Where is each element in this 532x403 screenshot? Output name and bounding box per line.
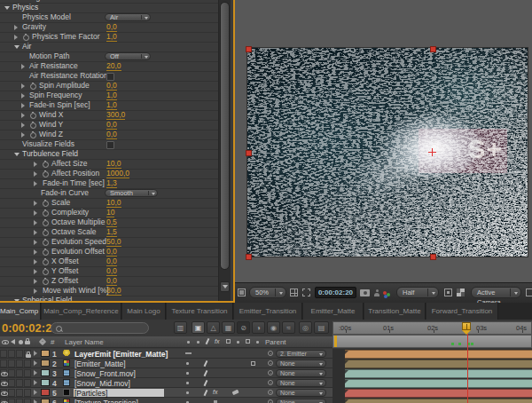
lock-toggle[interactable] <box>24 379 31 387</box>
parent-dropdown[interactable]: None <box>276 369 326 377</box>
collapse-arrow-icon[interactable] <box>4 6 10 10</box>
draft-3d-button[interactable]: △ <box>207 321 220 334</box>
stopwatch-icon[interactable] <box>30 122 36 129</box>
search-box[interactable] <box>51 322 149 334</box>
quality-switch-icon[interactable] <box>204 360 207 367</box>
layer-row-1[interactable]: 1 LayerEmit [Emitter_Matte] 2. Emitter_ <box>0 349 532 359</box>
stopwatch-icon[interactable] <box>43 171 49 178</box>
collapse-arrow-icon[interactable] <box>14 45 20 49</box>
solo-toggle[interactable] <box>16 379 23 387</box>
property-value[interactable]: 300,0 <box>106 111 125 120</box>
expand-arrow-icon[interactable] <box>14 25 18 30</box>
stopwatch-icon[interactable] <box>43 230 49 236</box>
effects-active-icon[interactable]: fx <box>213 389 217 396</box>
motion-blur-button[interactable]: ◑ <box>252 321 265 334</box>
stopwatch-icon[interactable] <box>43 162 49 168</box>
expand-arrow-icon[interactable] <box>21 103 25 108</box>
label-color-swatch[interactable] <box>41 350 50 357</box>
property-value[interactable]: 0,0 <box>106 277 117 286</box>
work-area-bar[interactable] <box>332 335 532 348</box>
expand-arrow-icon[interactable] <box>21 83 25 89</box>
fade-in-curve-dropdown[interactable]: Smooth <box>105 189 158 197</box>
parent-pick-whip-icon[interactable] <box>268 351 273 356</box>
auto-keyframe-button[interactable]: ≈ <box>282 321 295 334</box>
quality-switch[interactable] <box>186 382 189 384</box>
lock-toggle[interactable] <box>24 350 31 358</box>
property-value[interactable]: 1,0 <box>106 91 117 100</box>
video-toggle[interactable] <box>0 389 7 397</box>
audio-toggle[interactable] <box>8 369 15 377</box>
expand-arrow-icon[interactable] <box>34 288 37 294</box>
view-layout-icon[interactable] <box>526 288 532 296</box>
expand-arrow-icon[interactable] <box>34 279 37 284</box>
expand-arrow-icon[interactable] <box>14 35 18 40</box>
expand-arrow-icon[interactable] <box>34 201 37 206</box>
checkbox[interactable] <box>106 141 114 149</box>
property-value[interactable]: 0,0 <box>106 257 117 266</box>
audio-toggle[interactable] <box>8 360 15 367</box>
keyframe-marker[interactable] <box>458 343 461 345</box>
stopwatch-icon[interactable] <box>43 279 49 285</box>
search-input[interactable] <box>64 324 147 334</box>
scrollbar[interactable] <box>218 0 231 301</box>
quality-switch[interactable] <box>186 372 189 375</box>
property-value[interactable]: 10 <box>106 209 114 217</box>
expand-arrow-icon[interactable] <box>34 249 37 255</box>
property-value[interactable]: 0,0 <box>106 23 117 32</box>
layer-name[interactable]: LayerEmit [Emitter_Matte] <box>74 350 168 359</box>
layer-handle-left-center[interactable] <box>246 150 252 156</box>
label-color-swatch[interactable] <box>41 379 50 386</box>
frame-blend-switch-icon[interactable] <box>226 339 231 344</box>
parent-dropdown[interactable]: None <box>276 379 326 387</box>
keyframe-marker[interactable] <box>471 343 473 345</box>
frame-blending-button[interactable]: ⊘ <box>237 321 250 334</box>
parent-pick-whip-icon[interactable] <box>268 370 273 375</box>
layer-row-6[interactable]: 6 [Texture Transition] None <box>0 398 532 403</box>
tab-emitter-matte[interactable]: Emitter_Matte <box>303 303 364 320</box>
layer-handle-bottom-center[interactable] <box>430 254 436 260</box>
quality-switch-icon[interactable] <box>204 380 207 386</box>
video-toggle[interactable] <box>0 399 7 403</box>
label-color-swatch[interactable] <box>41 389 50 396</box>
brainstorm-button[interactable]: ◉ <box>267 321 280 334</box>
video-toggle[interactable] <box>0 350 7 358</box>
tab-transition-matte[interactable]: Transition_Matte <box>364 303 426 320</box>
layer-bar[interactable] <box>345 350 532 359</box>
layer-row-3[interactable]: 3 [Snow_Front.mov] None <box>0 368 532 378</box>
video-toggle[interactable] <box>0 379 7 387</box>
magnification-dropdown[interactable]: 50% <box>249 287 286 298</box>
expand-arrow-icon[interactable] <box>21 122 25 128</box>
effects-switch-icon[interactable]: fx <box>215 338 219 345</box>
layer-row-2[interactable]: 2 [Emitter_Matte] None <box>0 359 532 368</box>
layer-name[interactable]: [Emitter_Matte] <box>74 360 126 368</box>
property-value[interactable]: 1000,0 <box>106 170 129 178</box>
expand-arrow-icon[interactable] <box>21 113 25 118</box>
quality-sampling-icon[interactable] <box>206 338 209 344</box>
layer-bar[interactable] <box>345 369 532 378</box>
expand-arrow-icon[interactable] <box>34 380 37 385</box>
audio-toggle[interactable] <box>8 350 15 358</box>
resolution-dropdown[interactable]: Half <box>396 287 439 298</box>
paint-switch-icon[interactable] <box>232 390 239 395</box>
stopwatch-icon[interactable] <box>30 132 36 138</box>
expand-arrow-icon[interactable] <box>34 351 37 356</box>
stopwatch-icon[interactable] <box>43 220 49 226</box>
label-column-icon[interactable] <box>39 338 46 345</box>
3d-view-dropdown[interactable]: Active Camera <box>471 287 521 298</box>
quality-switch[interactable] <box>186 362 189 365</box>
keyframe-marker[interactable] <box>451 343 454 345</box>
stopwatch-icon[interactable] <box>23 35 29 41</box>
layer-row-4[interactable]: 4 [Snow_Mid.mov] None <box>0 378 532 388</box>
property-value[interactable]: 0,0 <box>106 267 117 276</box>
layer-bar[interactable] <box>345 389 532 398</box>
property-value[interactable]: 1,0 <box>106 33 117 42</box>
parent-dropdown[interactable]: None <box>276 360 326 367</box>
composition-mini-flowchart-button[interactable]: ▥ <box>174 321 187 334</box>
tab-main-comp[interactable]: Main_Comp× <box>0 303 41 320</box>
expand-arrow-icon[interactable] <box>34 370 37 375</box>
parent-pick-whip-icon[interactable] <box>268 390 273 395</box>
quality-switch-icon[interactable] <box>204 370 207 376</box>
layer-name[interactable]: [Snow_Front.mov] <box>74 369 136 378</box>
property-value[interactable]: 1,0 <box>106 101 117 110</box>
audio-column-icon[interactable] <box>11 339 15 344</box>
